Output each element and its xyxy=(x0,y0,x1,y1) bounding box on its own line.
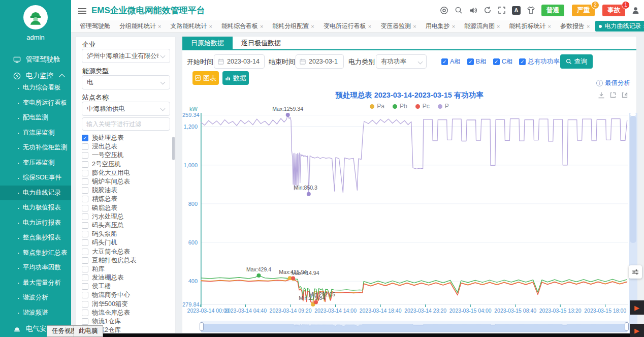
end-date-input[interactable]: 2023-03-1 xyxy=(296,54,344,69)
meter-item[interactable]: 2号空压机 xyxy=(82,160,173,169)
meter-item[interactable]: 膨化大豆用电 xyxy=(82,169,173,177)
floating-play-button-1[interactable]: ▶ xyxy=(630,300,644,315)
sidebar-subitem[interactable]: ·电力曲线记录 xyxy=(0,186,71,201)
theme-shirt-icon[interactable] xyxy=(527,6,535,15)
meter-item[interactable]: 大豆筒仓总表 xyxy=(82,247,173,256)
meter-checkbox[interactable] xyxy=(82,292,88,298)
phase-checkbox-item[interactable]: ✓总有功功率 xyxy=(519,57,560,66)
meter-checkbox[interactable] xyxy=(82,301,88,308)
hamburger-menu-icon[interactable] xyxy=(78,7,86,16)
meter-item[interactable]: 浸出总表 xyxy=(82,142,173,151)
meter-item[interactable]: 发油棚总表 xyxy=(82,273,173,282)
search-icon[interactable] xyxy=(455,6,463,14)
chart-plot[interactable]: Max:1259.34Min:850.3Max:429.4Max:415.94M… xyxy=(201,110,628,310)
meter-checkbox[interactable] xyxy=(82,257,88,264)
query-button[interactable]: 查询 xyxy=(560,54,593,69)
phase-checkbox-item[interactable]: ✓C相 xyxy=(493,57,513,66)
document-tab[interactable]: 分组能耗统计× xyxy=(116,21,165,32)
page-scrollbar-thumb[interactable] xyxy=(630,116,636,243)
start-date-input[interactable]: 2023-03-14 xyxy=(214,54,265,69)
station-select[interactable]: 中海粮油供电 xyxy=(82,102,170,116)
document-tab[interactable]: 能耗分组配置× xyxy=(269,21,317,32)
tab-daily-extreme-data[interactable]: 逐日极值数据 xyxy=(233,37,289,49)
meter-checkbox[interactable] xyxy=(82,274,88,281)
meter-item[interactable]: 粕库 xyxy=(82,265,173,273)
phase-checkbox[interactable]: ✓ xyxy=(441,58,448,65)
datazoom-left-handle[interactable] xyxy=(200,322,204,331)
keyword-filter-input[interactable] xyxy=(82,117,170,131)
meter-checkbox[interactable] xyxy=(82,239,88,246)
power-type-select[interactable]: 有功功率 xyxy=(376,54,427,69)
restore-icon[interactable] xyxy=(621,91,628,99)
tab-close-icon[interactable]: × xyxy=(209,23,212,29)
legend-item[interactable]: P xyxy=(438,103,449,110)
sidebar-subitem[interactable]: ·电力极值报表 xyxy=(0,200,71,216)
meter-item[interactable]: ✓预处理总表 xyxy=(82,134,173,142)
settings-float-button[interactable] xyxy=(629,265,642,279)
meter-checkbox[interactable] xyxy=(82,318,88,325)
energy-type-select[interactable]: 电 xyxy=(82,75,170,89)
sidebar-subitem[interactable]: ·平均功率因数 xyxy=(0,260,71,275)
tab-close-icon[interactable]: × xyxy=(311,23,314,29)
chart-view-button[interactable]: 图表 xyxy=(192,71,219,85)
sidebar-subitem[interactable]: ·谐波频谱 xyxy=(0,305,71,321)
sidebar-subitem[interactable]: ·电力综合看板 xyxy=(0,80,71,96)
enterprise-select[interactable]: 泸州中海粮油工业有限公司 xyxy=(82,49,170,63)
document-tab[interactable]: 支路能耗统计× xyxy=(167,21,215,32)
meter-item[interactable]: 脱胶油表 xyxy=(82,186,173,195)
meter-checkbox[interactable] xyxy=(82,213,88,220)
sidebar-subitem[interactable]: ·变压器监测 xyxy=(0,156,71,171)
tab-close-icon[interactable]: × xyxy=(260,23,263,29)
target-icon[interactable] xyxy=(440,6,448,15)
meter-checkbox[interactable] xyxy=(82,143,88,150)
datazoom-slider[interactable] xyxy=(201,321,628,332)
tab-daily-raw-data[interactable]: 日原始数据 xyxy=(182,37,233,49)
legend-item[interactable]: Pb xyxy=(393,103,407,110)
floating-play-button-2[interactable]: ▶ xyxy=(630,324,644,337)
sidebar-item-dashboard[interactable]: 管理驾驶舱 xyxy=(0,52,71,67)
phase-checkbox[interactable]: ✓ xyxy=(493,58,500,65)
meter-checkbox[interactable] xyxy=(82,205,88,211)
document-tab[interactable]: 能源流向图× xyxy=(461,21,503,32)
sidebar-subitem[interactable]: ·直流屏监测 xyxy=(0,126,71,141)
legend-item[interactable]: Pc xyxy=(415,103,430,110)
meter-checkbox[interactable] xyxy=(82,231,88,237)
sidebar-subitem[interactable]: ·变电所运行看板 xyxy=(0,96,71,111)
zoom-select-icon[interactable] xyxy=(609,91,617,99)
document-tab[interactable]: 管理驾驶舱 xyxy=(76,21,114,32)
refresh-icon[interactable] xyxy=(484,6,492,14)
document-tab[interactable]: 用电集抄× xyxy=(422,21,459,32)
datazoom-right-handle[interactable] xyxy=(625,322,629,331)
meter-item[interactable]: 码头泵船 xyxy=(82,230,173,238)
meter-item[interactable]: 锅炉车间总表 xyxy=(82,177,173,186)
tab-close-icon[interactable]: × xyxy=(497,23,500,29)
tab-close-icon[interactable]: × xyxy=(587,23,590,29)
volume-icon[interactable] xyxy=(469,6,477,15)
document-tab[interactable]: 电力曲线记录× xyxy=(595,21,644,32)
sidebar-subitem[interactable]: ·整点集抄汇总表 xyxy=(0,246,71,261)
meter-item[interactable]: 污水处理总 xyxy=(82,212,173,221)
meter-checkbox[interactable] xyxy=(82,152,88,159)
document-tab[interactable]: 能耗折标统计× xyxy=(506,21,555,32)
meter-item[interactable]: 一号空压机 xyxy=(82,151,173,160)
meter-checkbox[interactable]: ✓ xyxy=(82,135,88,141)
sidebar-subitem[interactable]: ·谐波分析 xyxy=(0,290,71,305)
meter-checkbox[interactable] xyxy=(82,170,88,176)
meter-item[interactable]: 磷脂总表 xyxy=(82,204,173,212)
meter-checkbox[interactable] xyxy=(82,187,88,194)
meter-item[interactable]: 物流1仓库 xyxy=(82,317,173,326)
meter-item[interactable]: 侯工楼 xyxy=(82,282,173,291)
meter-item[interactable]: 码头门机 xyxy=(82,238,173,247)
meter-checkbox[interactable] xyxy=(82,310,88,316)
phase-checkbox-item[interactable]: ✓A相 xyxy=(441,57,461,66)
alarm-badge[interactable]: 事故1 xyxy=(602,5,625,16)
tab-close-icon[interactable]: × xyxy=(452,23,455,29)
tab-close-icon[interactable]: × xyxy=(368,23,371,29)
download-icon[interactable] xyxy=(598,91,605,99)
meter-checkbox[interactable] xyxy=(82,161,88,168)
sidebar-subitem[interactable]: ·电力运行报表 xyxy=(0,216,71,231)
document-tab[interactable]: 参数报告× xyxy=(557,21,593,32)
alarm-badge[interactable]: 严重2 xyxy=(572,5,595,16)
tab-close-icon[interactable]: × xyxy=(413,23,416,29)
data-view-button[interactable]: 数据 xyxy=(222,71,249,85)
